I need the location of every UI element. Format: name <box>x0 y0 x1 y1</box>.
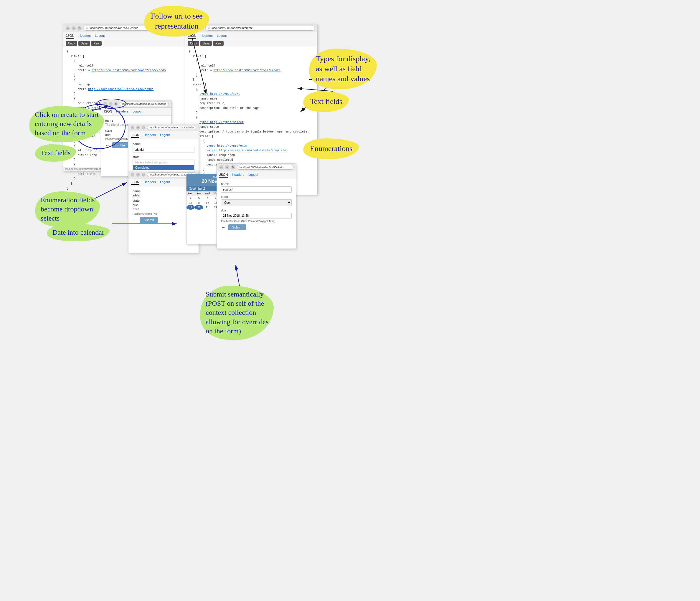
forward-btn-6[interactable]: → <box>225 165 229 169</box>
address-bar-6: localhost:5000/todo/a4ac7ca30c/todo <box>237 165 294 169</box>
tab-logout-1[interactable]: Logout <box>95 33 105 38</box>
raw-btn-1[interactable]: Raw <box>91 41 102 46</box>
tab-json-5[interactable]: JSON <box>131 180 139 185</box>
address-bar-3: localhost:5000/todo/a4ac7ca30c/todo <box>120 102 169 106</box>
copy-btn-2[interactable]: Copy <box>188 41 199 46</box>
tab-headers-3[interactable]: Headers <box>116 109 128 114</box>
cal-day-13[interactable]: 13 <box>195 200 203 205</box>
forward-btn-1[interactable]: → <box>72 26 76 30</box>
tab-headers-1[interactable]: Headers <box>78 33 91 38</box>
back-btn-3[interactable]: ← <box>103 102 107 106</box>
name-label-6: name <box>221 182 292 185</box>
annotation-date-calendar: Date into calendar <box>47 224 109 241</box>
dropdown-placeholder-4: Please select an option – <box>133 160 194 165</box>
name-label-3: name <box>105 119 167 122</box>
name-label-4: name <box>132 142 195 146</box>
save-btn-2[interactable]: Save <box>200 41 212 46</box>
name-label-5: name <box>132 189 195 193</box>
annotation-text-fields-right: Text fields <box>303 91 349 112</box>
forward-btn-5[interactable]: → <box>136 173 140 177</box>
save-btn-1[interactable]: Save <box>78 41 90 46</box>
submit-btn-6[interactable]: Submit <box>228 225 246 230</box>
copy-btn-1[interactable]: Copy <box>66 41 77 46</box>
back-btn-6[interactable]: ← <box>219 165 223 169</box>
tab-headers-6[interactable]: Headers <box>232 172 244 178</box>
form-content-6: name state Open Completed due 21 Nov 201… <box>217 179 296 233</box>
state-label-4: state <box>132 155 195 159</box>
url-2: localhost:5000/todo/form/create <box>211 26 253 30</box>
annotation-enumeration-fields: Enumeration fields become dropdown selec… <box>35 191 100 227</box>
cal-day-14[interactable]: 14 <box>203 200 211 205</box>
url-1: localhost:5000/todo/a4ac7ca30c/todo <box>90 26 139 30</box>
browser-actions-1: Copy Save Raw <box>63 40 186 47</box>
back-form-btn-5[interactable]: ← <box>132 217 137 223</box>
refresh-btn-6[interactable]: ↻ <box>231 165 235 169</box>
browser-toolbar-3: ← → ↻ localhost:5000/todo/a4ac7ca30c/tod… <box>101 100 171 108</box>
cal-day-7[interactable]: 7 <box>203 195 211 200</box>
refresh-btn-3[interactable]: ↻ <box>114 102 118 106</box>
refresh-btn-4[interactable]: ↻ <box>142 126 145 130</box>
back-form-btn-6[interactable]: ← <box>221 225 226 230</box>
name-input-4[interactable] <box>132 147 195 153</box>
browser-toolbar-4: ← → ↻ localhost:5000/todo/a4ac7ca30c/tod… <box>128 124 199 131</box>
submit-btn-3[interactable]: Submit <box>112 142 130 148</box>
tab-json-1[interactable]: JSON <box>66 33 74 38</box>
browser-tabs-6: JSON Headers Logout <box>217 171 296 179</box>
browser-toolbar-6: ← → ↻ localhost:5000/todo/a4ac7ca30c/tod… <box>217 164 296 171</box>
browser-window-6: ← → ↻ localhost:5000/todo/a4ac7ca30c/tod… <box>217 163 296 249</box>
tab-logout-6[interactable]: Logout <box>248 172 258 178</box>
form-submit-row-5: ← Submit <box>132 217 195 223</box>
cal-day-12[interactable]: 12 <box>186 200 195 205</box>
tab-logout-3[interactable]: Logout <box>132 109 143 114</box>
refresh-btn-5[interactable]: ↻ <box>142 173 145 177</box>
due-label-5: due <box>132 203 195 207</box>
annotation-enumerations: Enumerations <box>303 138 359 159</box>
refresh-btn-1[interactable]: ↻ <box>77 26 82 30</box>
tz-5: Pacific/Auckland (Ne <box>132 212 195 215</box>
annotation-types-display: Types for display, as well as field name… <box>309 49 377 89</box>
submit-btn-5[interactable]: Submit <box>140 217 158 223</box>
cal-day-5[interactable]: 5 <box>186 195 195 200</box>
state-select-6[interactable]: Open Completed <box>221 199 292 206</box>
name-input-6[interactable] <box>221 186 292 192</box>
tab-headers-4[interactable]: Headers <box>144 132 156 138</box>
forward-btn-3[interactable]: → <box>109 102 112 106</box>
annotation-click-create: Click on create to start entering new de… <box>29 106 104 142</box>
tab-logout-2[interactable]: Logout <box>217 33 227 38</box>
tab-headers-5[interactable]: Headers <box>144 180 156 185</box>
cal-day-21[interactable]: 21 <box>203 205 211 210</box>
timezone-6: Pacific/Auckland (New Zealand Daylight T… <box>221 220 292 223</box>
state-label-6: state <box>221 195 292 199</box>
lock-icon-1: ⊖ <box>86 27 89 30</box>
cal-day-19[interactable]: 19 <box>186 205 195 210</box>
tab-json-4[interactable]: JSON <box>131 132 139 138</box>
back-form-btn-3[interactable]: ← <box>105 142 110 148</box>
forward-btn-4[interactable]: → <box>136 126 140 130</box>
annotation-submit-semantically: Submit semantically (POST on self of the… <box>200 286 274 340</box>
address-bar-2: ⊖ localhost:5000/todo/form/create <box>205 26 315 31</box>
due-label-6: due <box>221 208 292 212</box>
back-btn-1[interactable]: ← <box>66 26 70 30</box>
annotation-follow-uri: Follow uri to see representation <box>144 6 209 36</box>
name-value-5: sdafsf <box>132 194 195 197</box>
form-submit-row-6: ← Submit <box>221 225 292 230</box>
timezone-5: Open <box>132 208 195 211</box>
address-bar-4: localhost:5000/todo/a4ac7ca30c/todo <box>147 125 196 130</box>
cal-day-6[interactable]: 6 <box>195 195 203 200</box>
raw-btn-2[interactable]: Raw <box>213 41 224 46</box>
state-label-5: state <box>132 199 195 202</box>
tab-logout-5[interactable]: Logout <box>160 180 170 185</box>
back-btn-5[interactable]: ← <box>131 173 134 177</box>
browser-tabs-3: JSON Headers Logout <box>101 108 171 116</box>
tab-json-3[interactable]: JSON <box>103 109 112 114</box>
tab-logout-4[interactable]: Logout <box>160 132 170 138</box>
cal-day-20[interactable]: 20 <box>195 205 203 210</box>
back-btn-4[interactable]: ← <box>131 126 134 130</box>
browser-actions-2: Copy Save Raw <box>185 40 317 47</box>
due-value-6: 21 Nov 2018, 13:58 <box>221 213 292 218</box>
tab-json-6[interactable]: JSON <box>219 172 228 178</box>
dropdown-option-completed-4[interactable]: Completed <box>133 165 194 170</box>
browser-tabs-4: JSON Headers Logout <box>128 131 199 139</box>
annotation-text-fields-left: Text fields <box>35 144 76 162</box>
